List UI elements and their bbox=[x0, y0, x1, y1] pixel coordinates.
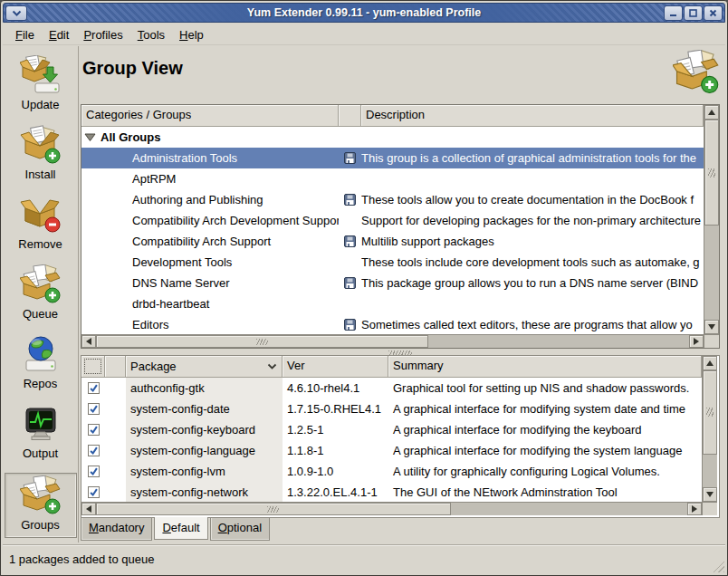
scroll-left-button[interactable] bbox=[81, 335, 96, 348]
arrow-up-icon bbox=[706, 360, 714, 366]
column-header-summary[interactable]: Summary bbox=[388, 356, 702, 378]
group-row[interactable]: Development Tools These tools include co… bbox=[81, 252, 704, 273]
group-row[interactable]: Compatibility Arch Development Support S… bbox=[81, 210, 704, 231]
tab-optional[interactable]: Optional bbox=[210, 518, 270, 541]
package-name: system-config-keyboard bbox=[126, 419, 283, 440]
group-description: Sometimes called text editors, these are… bbox=[361, 318, 704, 331]
output-icon bbox=[20, 404, 62, 446]
package-type-tabs: Mandatory Default Optional bbox=[81, 518, 272, 541]
package-row[interactable]: system-config-keyboard 1.2.5-1 A graphic… bbox=[81, 419, 702, 440]
groups-horizontal-scrollbar[interactable] bbox=[81, 334, 704, 348]
minimize-button[interactable] bbox=[664, 5, 683, 21]
package-installed-icon bbox=[344, 319, 356, 331]
focus-rectangle bbox=[84, 359, 101, 374]
column-header-label: Package bbox=[130, 357, 177, 377]
titlebar[interactable]: Yum Extender 0.99.11 - yum-enabled Profi… bbox=[3, 3, 725, 23]
group-description: Support for developing packages for the … bbox=[361, 214, 704, 227]
resize-grip[interactable] bbox=[709, 557, 724, 572]
group-row[interactable]: Editors Sometimes called text editors, t… bbox=[81, 314, 704, 334]
maximize-button[interactable] bbox=[684, 5, 703, 21]
package-summary: Graphical tool for setting up NIS and sh… bbox=[388, 381, 702, 395]
package-summary: A graphical interface for modifying the … bbox=[388, 423, 702, 437]
scrollbar-thumb[interactable] bbox=[96, 335, 428, 348]
column-header-icon[interactable] bbox=[339, 105, 361, 127]
scroll-right-button[interactable] bbox=[689, 335, 704, 348]
packages-vertical-scrollbar[interactable] bbox=[702, 356, 717, 502]
menu-item-file[interactable]: File bbox=[13, 26, 37, 43]
arrow-right-icon bbox=[692, 505, 697, 513]
scroll-down-button[interactable] bbox=[703, 487, 717, 502]
column-header-ver[interactable]: Ver bbox=[283, 356, 388, 378]
group-row[interactable]: All Groups bbox=[81, 127, 704, 148]
package-version: 1.2.5-1 bbox=[283, 423, 388, 437]
package-checkbox[interactable] bbox=[88, 466, 100, 477]
packages-table-header: Package Ver Summary bbox=[81, 356, 702, 378]
column-header-spacer[interactable] bbox=[105, 356, 126, 378]
statusbar: 1 packages added to queue bbox=[3, 544, 725, 573]
checkmark-icon bbox=[89, 425, 99, 435]
group-label: AptRPM bbox=[132, 172, 176, 186]
column-header-description[interactable]: Description bbox=[361, 105, 704, 127]
sidebar-item-label: Repos bbox=[24, 377, 58, 390]
update-icon bbox=[20, 55, 62, 97]
packages-notebook: Package Ver Summary authconfig-gtk 4.6.1… bbox=[81, 355, 720, 518]
package-checkbox[interactable] bbox=[88, 486, 100, 498]
scroll-right-button[interactable] bbox=[687, 503, 702, 515]
sidebar-item-install[interactable]: Install bbox=[5, 124, 77, 194]
package-checkbox[interactable] bbox=[88, 424, 100, 436]
tab-mandatory[interactable]: Mandatory bbox=[81, 518, 152, 541]
group-label: DNS Name Server bbox=[132, 276, 230, 290]
scrollbar-thumb[interactable] bbox=[703, 370, 717, 455]
menu-item-tools[interactable]: Tools bbox=[135, 26, 168, 43]
scroll-left-button[interactable] bbox=[81, 503, 96, 515]
expander-open-icon[interactable] bbox=[84, 133, 96, 142]
package-checkbox[interactable] bbox=[88, 445, 100, 456]
group-row[interactable]: AptRPM bbox=[81, 168, 704, 189]
tab-default[interactable]: Default bbox=[154, 517, 207, 540]
package-version: 1.0.9-1.0 bbox=[283, 465, 388, 478]
group-row[interactable]: Authoring and Publishing These tools all… bbox=[81, 189, 704, 210]
package-row[interactable]: system-config-network 1.3.22.0.EL.4.1-1 … bbox=[81, 482, 702, 502]
column-header-categories[interactable]: Categories / Groups bbox=[81, 105, 339, 127]
package-installed-icon bbox=[344, 194, 356, 206]
package-name: system-config-date bbox=[126, 398, 283, 419]
close-button[interactable] bbox=[704, 5, 723, 21]
group-row[interactable]: Compatibility Arch Support Multilib supp… bbox=[81, 231, 704, 252]
package-version: 4.6.10-rhel4.1 bbox=[283, 381, 388, 395]
sidebar-item-queue[interactable]: Queue bbox=[5, 264, 77, 333]
scrollbar-thumb[interactable] bbox=[704, 120, 719, 226]
package-checkbox[interactable] bbox=[88, 403, 100, 415]
group-row[interactable]: Administration Tools This group is a col… bbox=[81, 148, 704, 168]
column-header-checkbox[interactable] bbox=[81, 356, 105, 378]
menu-item-help[interactable]: Help bbox=[177, 26, 206, 43]
menu-item-profiles[interactable]: Profiles bbox=[81, 26, 125, 43]
scrollbar-thumb[interactable] bbox=[96, 503, 451, 515]
group-label: Development Tools bbox=[132, 255, 232, 269]
sidebar-item-repos[interactable]: Repos bbox=[5, 333, 77, 403]
groups-vertical-scrollbar[interactable] bbox=[704, 105, 719, 334]
groups-table: Categories / Groups Description All Grou… bbox=[81, 104, 720, 349]
scroll-up-button[interactable] bbox=[704, 105, 719, 120]
group-label: drbd-heartbeat bbox=[132, 297, 209, 311]
scroll-down-button[interactable] bbox=[704, 320, 719, 334]
sort-descending-icon bbox=[267, 363, 277, 370]
package-checkbox[interactable] bbox=[88, 382, 100, 394]
sidebar-item-groups[interactable]: Groups bbox=[5, 473, 77, 538]
sidebar-item-remove[interactable]: Remove bbox=[5, 194, 77, 264]
menu-item-edit[interactable]: Edit bbox=[46, 26, 72, 43]
group-label: Administration Tools bbox=[132, 151, 237, 165]
group-row[interactable]: DNS Name Server This package group allow… bbox=[81, 273, 704, 293]
sidebar-item-output[interactable]: Output bbox=[5, 403, 77, 473]
grip-icon bbox=[267, 506, 279, 513]
scroll-up-button[interactable] bbox=[703, 356, 717, 370]
package-row[interactable]: authconfig-gtk 4.6.10-rhel4.1 Graphical … bbox=[81, 378, 702, 398]
package-row[interactable]: system-config-language 1.1.8-1 A graphic… bbox=[81, 440, 702, 461]
sidebar-item-update[interactable]: Update bbox=[5, 54, 77, 124]
arrow-up-icon bbox=[708, 110, 715, 115]
package-row[interactable]: system-config-date 1.7.15-0.RHEL4.1 A gr… bbox=[81, 398, 702, 419]
repos-icon bbox=[20, 334, 62, 376]
group-row[interactable]: drbd-heartbeat bbox=[81, 293, 704, 314]
packages-horizontal-scrollbar[interactable] bbox=[81, 502, 702, 515]
column-header-package[interactable]: Package bbox=[126, 356, 283, 378]
package-row[interactable]: system-config-lvm 1.0.9-1.0 A utility fo… bbox=[81, 461, 702, 482]
